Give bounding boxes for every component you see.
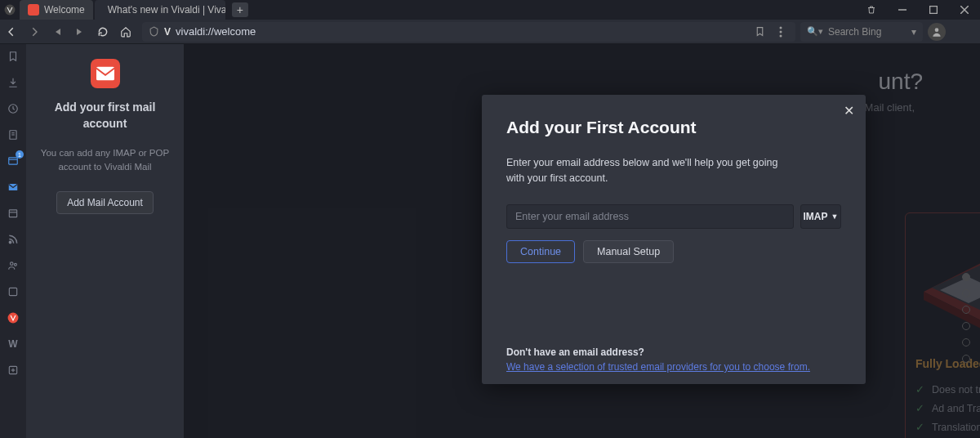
feeds-panel-icon[interactable] — [6, 232, 20, 247]
trusted-providers-link[interactable]: We have a selection of trusted email pro… — [506, 361, 810, 373]
modal-desc: Enter your email address below and we'll… — [506, 155, 784, 186]
panel-badge: 1 — [16, 150, 24, 159]
new-tab-button[interactable]: + — [232, 2, 248, 17]
tab-whats-new[interactable]: What's new in Vivaldi | Viva — [95, 0, 225, 20]
protocol-dropdown[interactable]: IMAP ▼ — [800, 204, 841, 229]
bookmark-icon[interactable] — [751, 22, 768, 42]
svg-rect-16 — [9, 210, 16, 217]
svg-point-5 — [780, 26, 782, 29]
profile-button[interactable] — [928, 23, 946, 41]
downloads-panel-icon[interactable] — [6, 75, 20, 90]
bookmarks-panel-icon[interactable] — [6, 49, 20, 64]
reader-mode-icon[interactable] — [773, 22, 789, 42]
tab-welcome[interactable]: Welcome — [20, 0, 93, 20]
add-mail-account-button[interactable]: Add Mail Account — [56, 191, 154, 214]
mail-icon — [91, 59, 120, 88]
svg-rect-13 — [9, 158, 18, 164]
trash-icon[interactable] — [856, 0, 887, 20]
svg-rect-26 — [96, 67, 114, 81]
svg-point-6 — [780, 30, 782, 33]
tab-label: Welcome — [44, 4, 85, 16]
protocol-value: IMAP — [804, 211, 828, 222]
svg-point-20 — [14, 263, 16, 266]
reload-button[interactable] — [91, 20, 114, 43]
history-panel-icon[interactable] — [6, 101, 20, 116]
svg-rect-21 — [9, 288, 16, 295]
svg-point-7 — [780, 34, 782, 37]
vivaldi-scheme-icon: V — [164, 26, 171, 38]
window-panel-icon[interactable]: 1 — [6, 154, 20, 168]
chevron-down-icon: ▼ — [831, 212, 839, 221]
svg-point-22 — [8, 313, 19, 324]
svg-point-0 — [5, 5, 16, 16]
maximize-button[interactable] — [918, 0, 949, 20]
mail-sidebar: Add your first mail account You can add … — [26, 44, 185, 438]
address-field[interactable]: V vivaldi://welcome — [142, 22, 795, 42]
add-account-modal: ✕ Add your First Account Enter your emai… — [482, 95, 866, 384]
vivaldi-panel-icon[interactable] — [6, 311, 20, 325]
url-text: vivaldi://welcome — [176, 25, 256, 38]
vivaldi-logo-icon[interactable] — [0, 0, 20, 20]
mail-sidebar-title: Add your first mail account — [39, 100, 171, 132]
search-engine-icon[interactable]: 🔍▾ — [807, 26, 823, 37]
search-box[interactable]: 🔍▾ Search Bing ▾ — [800, 22, 923, 42]
mail-sidebar-desc: You can add any IMAP or POP account to V… — [39, 146, 171, 175]
tasks-panel-icon[interactable] — [6, 284, 20, 299]
svg-point-8 — [935, 28, 939, 32]
tab-label: What's new in Vivaldi | Viva — [108, 4, 225, 16]
wikipedia-panel-icon[interactable]: W — [6, 337, 20, 351]
home-button[interactable] — [114, 20, 137, 43]
toolbar: V vivaldi://welcome 🔍▾ Search Bing ▾ — [0, 20, 980, 44]
back-button[interactable] — [0, 20, 23, 43]
modal-foot-question: Don't have an email address? — [506, 346, 810, 358]
mail-panel-icon[interactable] — [6, 180, 20, 194]
contacts-panel-icon[interactable] — [6, 258, 20, 273]
panel-bar: 1 W — [0, 44, 26, 438]
email-input[interactable] — [506, 204, 794, 229]
continue-button[interactable]: Continue — [506, 240, 575, 263]
svg-point-19 — [11, 262, 14, 266]
fast-forward-button[interactable] — [69, 20, 91, 43]
minimize-button[interactable] — [887, 0, 918, 20]
search-placeholder: Search Bing — [828, 26, 881, 38]
svg-rect-2 — [930, 7, 938, 14]
forward-button[interactable] — [23, 20, 46, 43]
add-panel-icon[interactable] — [6, 363, 20, 378]
svg-point-18 — [9, 241, 11, 243]
vivaldi-favicon-icon — [28, 4, 39, 16]
close-window-button[interactable] — [949, 0, 980, 20]
calendar-panel-icon[interactable] — [6, 206, 20, 221]
page-content: unt? as a built-in Mail client, Essentia… — [185, 44, 980, 438]
titlebar: Welcome What's new in Vivaldi | Viva + — [0, 0, 980, 20]
shield-icon[interactable] — [149, 26, 159, 37]
manual-setup-button[interactable]: Manual Setup — [583, 240, 674, 263]
close-icon[interactable]: ✕ — [844, 103, 854, 118]
notes-panel-icon[interactable] — [6, 127, 20, 142]
rewind-button[interactable] — [46, 20, 69, 43]
modal-title: Add your First Account — [506, 118, 841, 137]
chevron-down-icon[interactable]: ▾ — [911, 26, 916, 38]
